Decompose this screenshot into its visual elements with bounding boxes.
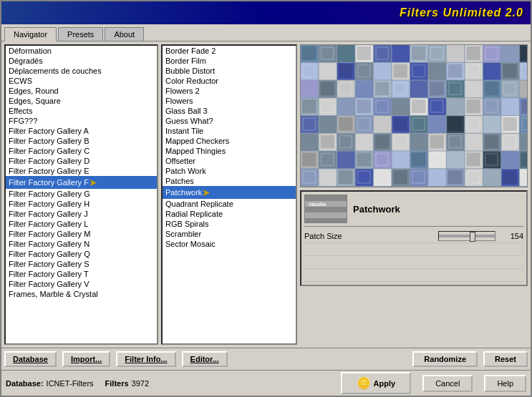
main-content: DéformationDégradésDéplacements de couch… bbox=[1, 41, 531, 348]
list-item[interactable]: Filter Factory Gallery G bbox=[6, 189, 157, 199]
right-panel: Patchwork Patch Size 154 bbox=[300, 44, 528, 345]
main-window: Filters Unlimited 2.0 Navigator Presets … bbox=[0, 0, 532, 397]
filters-value: 3972 bbox=[132, 379, 149, 388]
param-row-empty bbox=[304, 269, 523, 282]
param-label: Patch Size bbox=[304, 232, 438, 240]
list-item[interactable]: Patches bbox=[163, 176, 296, 186]
list-item[interactable]: Déplacements de couches bbox=[6, 66, 157, 76]
filter-name-row: Patchwork bbox=[304, 195, 523, 227]
database-value: ICNET-Filters bbox=[47, 379, 94, 388]
thumb-canvas bbox=[305, 195, 347, 223]
list-item[interactable]: Filter Factory Gallery H bbox=[6, 199, 157, 209]
list-item[interactable]: Instant Tile bbox=[163, 126, 296, 136]
tab-navigator[interactable]: Navigator bbox=[4, 27, 57, 41]
help-button[interactable]: Help bbox=[484, 375, 526, 392]
list-item[interactable]: Filter Factory Gallery E bbox=[6, 166, 157, 176]
bottom-toolbar: Database Import... Filter Info... Editor… bbox=[1, 348, 531, 370]
filter-info-panel: Patchwork Patch Size 154 bbox=[300, 190, 528, 286]
list-item[interactable]: Filter Factory Gallery L bbox=[6, 219, 157, 229]
list-item[interactable]: ECWS bbox=[6, 76, 157, 86]
filter-title: Patchwork bbox=[353, 204, 400, 215]
preview-canvas bbox=[301, 45, 527, 187]
list-item[interactable]: Filter Factory Gallery F ➤ bbox=[6, 176, 157, 189]
filter-list[interactable]: Border Fade 2Border FilmBubble DistortCo… bbox=[161, 44, 297, 345]
list-item[interactable]: Mapped Thingies bbox=[163, 146, 296, 156]
list-item[interactable]: RGB Spirals bbox=[163, 219, 296, 229]
title-bar: Filters Unlimited 2.0 bbox=[1, 1, 531, 24]
list-item[interactable]: Dégradés bbox=[6, 56, 157, 66]
import-button[interactable]: Import... bbox=[62, 351, 110, 367]
apply-button[interactable]: 🪙 Apply bbox=[341, 372, 412, 394]
list-item[interactable]: Offsetter bbox=[163, 156, 296, 166]
list-item[interactable]: Filter Factory Gallery V bbox=[6, 279, 157, 289]
param-row: Patch Size 154 bbox=[304, 230, 523, 243]
category-list[interactable]: DéformationDégradésDéplacements de couch… bbox=[4, 44, 158, 345]
list-item[interactable]: Patchwork ➤ bbox=[163, 186, 296, 199]
list-item[interactable]: Guess What? bbox=[163, 116, 296, 126]
list-item[interactable]: Glass Ball 3 bbox=[163, 106, 296, 116]
param-rows: Patch Size 154 bbox=[304, 230, 523, 282]
list-item[interactable]: Radial Replicate bbox=[163, 209, 296, 219]
list-item[interactable]: Mapped Checkers bbox=[163, 136, 296, 146]
list-item[interactable]: Filter Factory Gallery J bbox=[6, 209, 157, 219]
randomize-button[interactable]: Randomize bbox=[412, 351, 478, 367]
coin-icon: 🪙 bbox=[357, 376, 371, 390]
tab-bar: Navigator Presets About bbox=[1, 24, 531, 41]
list-item[interactable]: Filter Factory Gallery C bbox=[6, 146, 157, 156]
list-item[interactable]: Filter Factory Gallery A bbox=[6, 126, 157, 136]
list-item[interactable]: Bubble Distort bbox=[163, 66, 296, 76]
slider-thumb bbox=[470, 232, 475, 242]
status-bar: Database: ICNET-Filters Filters 3972 🪙 A… bbox=[1, 370, 531, 396]
list-item[interactable]: Filter Factory Gallery Q bbox=[6, 249, 157, 259]
list-item[interactable]: Color Reductor bbox=[163, 76, 296, 86]
title-text: Filters Unlimited 2.0 bbox=[400, 6, 523, 19]
list-item[interactable]: Patch Work bbox=[163, 166, 296, 176]
list-item[interactable]: FFG??? bbox=[6, 116, 157, 126]
list-item[interactable]: Border Film bbox=[163, 56, 296, 66]
list-item[interactable]: Flowers bbox=[163, 96, 296, 106]
database-status: Database: ICNET-Filters bbox=[6, 379, 94, 388]
param-slider[interactable] bbox=[438, 231, 495, 241]
editor-button[interactable]: Editor... bbox=[182, 351, 228, 367]
tab-about[interactable]: About bbox=[105, 27, 144, 41]
list-item[interactable]: Frames, Marble & Crystal bbox=[6, 289, 157, 299]
list-item[interactable]: Filter Factory Gallery D bbox=[6, 156, 157, 166]
database-button[interactable]: Database bbox=[4, 351, 57, 367]
filter-thumbnail bbox=[304, 195, 347, 223]
param-row-empty bbox=[304, 243, 523, 256]
preview-image bbox=[300, 44, 528, 187]
reset-button[interactable]: Reset bbox=[483, 351, 528, 367]
database-label: Database: bbox=[6, 379, 44, 388]
list-item[interactable]: Quadrant Replicate bbox=[163, 199, 296, 209]
apply-label: Apply bbox=[374, 379, 396, 388]
list-item[interactable]: Sector Mosaic bbox=[163, 239, 296, 249]
list-item[interactable]: Déformation bbox=[6, 46, 157, 56]
list-item[interactable]: Effects bbox=[6, 106, 157, 116]
list-item[interactable]: Filter Factory Gallery B bbox=[6, 136, 157, 146]
filters-label: Filters bbox=[105, 379, 129, 388]
filter-info-button[interactable]: Filter Info... bbox=[116, 351, 175, 367]
slider-track bbox=[439, 235, 495, 237]
cancel-button[interactable]: Cancel bbox=[422, 375, 473, 392]
filters-status: Filters 3972 bbox=[105, 379, 150, 388]
list-item[interactable]: Edges, Square bbox=[6, 96, 157, 106]
list-item[interactable]: Edges, Round bbox=[6, 86, 157, 96]
list-item[interactable]: Border Fade 2 bbox=[163, 46, 296, 56]
tab-presets[interactable]: Presets bbox=[58, 27, 103, 41]
list-item[interactable]: Filter Factory Gallery N bbox=[6, 239, 157, 249]
list-item[interactable]: Filter Factory Gallery M bbox=[6, 229, 157, 239]
left-panel: DéformationDégradésDéplacements de couch… bbox=[4, 44, 158, 345]
list-item[interactable]: Scrambler bbox=[163, 229, 296, 239]
middle-panel: Border Fade 2Border FilmBubble DistortCo… bbox=[161, 44, 297, 345]
param-row-empty bbox=[304, 256, 523, 269]
list-item[interactable]: Filter Factory Gallery S bbox=[6, 259, 157, 269]
list-item[interactable]: Flowers 2 bbox=[163, 86, 296, 96]
param-value: 154 bbox=[498, 232, 523, 240]
list-item[interactable]: Filter Factory Gallery T bbox=[6, 269, 157, 279]
